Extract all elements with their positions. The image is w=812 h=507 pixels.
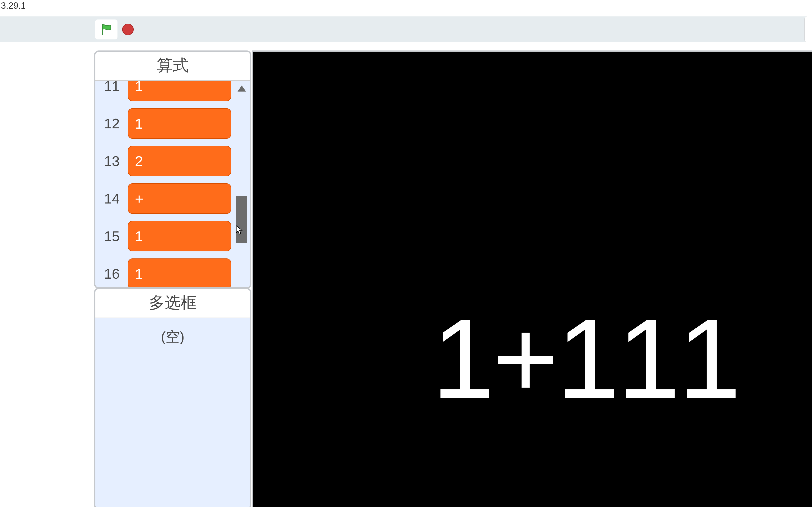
list-item-index: 11 [100,81,123,94]
title-bar: 3.29.1 [0,0,812,16]
list-item-index: 12 [100,115,123,132]
list-item-index: 14 [100,190,123,207]
list-item-index: 13 [100,153,123,169]
expression-list-title: 算式 [95,52,250,81]
multiselect-list-body: (空) [95,318,250,507]
list-item[interactable]: 111 [95,81,250,105]
green-flag-icon [100,23,113,36]
list-item[interactable]: 161 [95,255,250,287]
list-item-index: 16 [100,266,123,282]
stage-display-text: 1+111 [432,294,739,424]
list-item[interactable]: 151 [95,217,250,255]
list-item[interactable]: 121 [95,105,250,142]
multiselect-empty-label: (空) [95,318,250,407]
app-version: 3.29.1 [1,1,26,10]
watcher-panels: 算式 11112113214+151161 多选框 (空) [94,50,251,507]
expression-list: 算式 11112113214+151161 [94,50,251,289]
stage: 1+111 [252,50,812,507]
list-item-index: 15 [100,228,123,244]
scroll-thumb[interactable] [236,196,247,243]
list-item[interactable]: 132 [95,142,250,180]
list-item-value[interactable]: 1 [128,108,231,139]
list-scrollbar[interactable] [236,86,247,283]
multiselect-list-title: 多选框 [95,289,250,318]
go-button[interactable] [95,19,117,40]
right-panel-edge [805,16,812,42]
list-item-value[interactable]: 1 [128,221,231,251]
left-gutter [0,42,94,507]
list-item[interactable]: 14+ [95,180,250,217]
expression-list-body: 11112113214+151161 [95,81,250,287]
multiselect-list: 多选框 (空) [94,288,251,507]
list-item-value[interactable]: 2 [128,146,231,176]
stop-button[interactable] [122,24,134,35]
list-item-value[interactable]: 1 [128,81,231,101]
toolbar [0,16,812,42]
list-item-value[interactable]: 1 [128,259,231,287]
scroll-up-icon[interactable] [238,86,246,92]
list-item-value[interactable]: + [128,183,231,214]
